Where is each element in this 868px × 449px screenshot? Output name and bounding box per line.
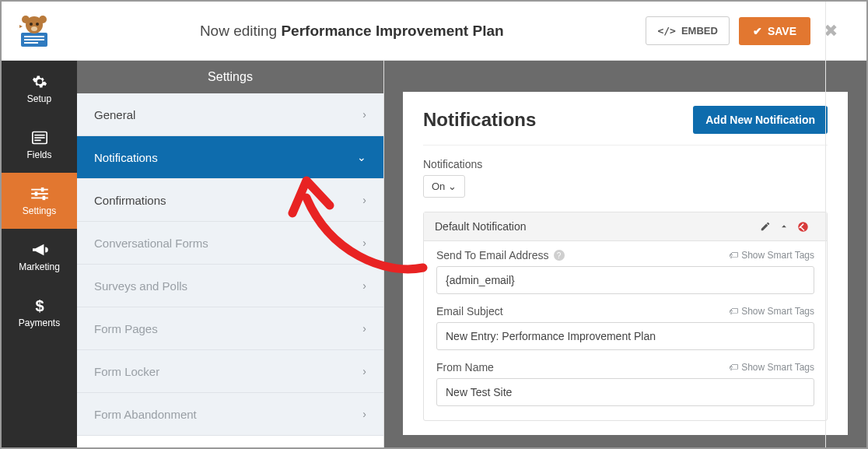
check-icon: ✔ [753,25,762,37]
editing-title: Performance Improvement Plan [281,23,503,39]
close-button[interactable]: ✖ [810,21,851,41]
svg-point-5 [22,16,30,23]
page-title: Now editing Performance Improvement Plan [58,23,646,40]
show-smart-tags[interactable]: 🏷 Show Smart Tags [729,250,814,261]
help-icon[interactable]: ? [554,250,565,261]
notification-block-header: Default Notification [424,212,827,241]
gear-icon [31,73,48,90]
svg-rect-11 [34,135,44,136]
chevron-down-icon: ⌄ [357,151,366,163]
code-icon: </> [657,25,675,37]
svg-rect-16 [31,198,48,199]
svg-point-8 [36,23,39,26]
svg-point-6 [39,16,47,23]
save-button[interactable]: ✔ SAVE [739,17,810,45]
toggle-label: Notifications [423,158,828,170]
svg-rect-17 [40,188,44,191]
tag-icon: 🏷 [729,362,738,373]
bullhorn-icon [31,241,48,258]
subnav-item-form-locker[interactable]: Form Locker › [77,350,383,393]
editing-prefix: Now editing [200,23,277,39]
main-content: Notifications Add New Notification Notif… [384,61,866,447]
primary-sidebar: Setup Fields Settings Marketing [2,61,77,447]
sidebar-item-setup[interactable]: Setup [2,61,77,117]
svg-rect-19 [42,196,45,200]
svg-text:$: $ [35,297,44,314]
edit-icon[interactable] [760,221,779,232]
top-bar: Now editing Performance Improvement Plan… [2,2,866,61]
tag-icon: 🏷 [729,250,738,261]
subnav-item-conversational-forms[interactable]: Conversational Forms › [77,222,383,265]
collapse-icon[interactable] [779,221,797,232]
embed-button[interactable]: </> EMBED [646,16,729,45]
send-to-input[interactable] [436,266,814,294]
field-send-to: Send To Email Address ? 🏷 Show Smart Tag… [436,249,814,294]
chevron-right-icon: › [362,365,366,377]
notifications-toggle[interactable]: On ⌄ [423,175,465,198]
svg-rect-18 [34,191,37,195]
from-name-input[interactable] [436,378,814,406]
panel-heading: Notifications [423,109,536,131]
svg-rect-12 [34,137,44,139]
notifications-panel: Notifications Add New Notification Notif… [403,92,848,435]
sidebar-item-payments[interactable]: $ Payments [2,285,77,341]
field-from-name: From Name 🏷 Show Smart Tags [436,361,814,406]
add-notification-button[interactable]: Add New Notification [693,106,828,134]
chevron-right-icon: › [362,108,366,121]
svg-rect-13 [34,140,40,142]
settings-subnav: Settings General › Notifications ⌄ Confi… [77,61,384,447]
svg-point-7 [30,23,33,26]
dollar-icon: $ [31,297,48,314]
svg-rect-1 [24,36,44,37]
subnav-item-general[interactable]: General › [77,93,383,136]
chevron-down-icon: ⌄ [448,181,457,192]
show-smart-tags[interactable]: 🏷 Show Smart Tags [729,362,814,373]
delete-icon[interactable] [797,221,816,233]
sidebar-item-settings[interactable]: Settings [2,173,77,229]
subnav-item-form-abandonment[interactable]: Form Abandonment › [77,393,383,436]
tag-icon: 🏷 [729,306,738,317]
list-icon [31,129,48,146]
subnav-item-surveys-polls[interactable]: Surveys and Polls › [77,265,383,307]
sidebar-item-fields[interactable]: Fields [2,117,77,173]
svg-rect-3 [24,42,38,44]
notification-title: Default Notification [435,220,527,233]
notification-block: Default Notification [423,212,828,421]
svg-rect-15 [31,193,48,195]
svg-rect-2 [24,39,44,40]
chevron-right-icon: › [362,237,366,249]
field-email-subject: Email Subject 🏷 Show Smart Tags [436,305,814,350]
chevron-right-icon: › [362,408,366,420]
chevron-right-icon: › [362,279,366,292]
chevron-right-icon: › [362,322,366,335]
sidebar-item-marketing[interactable]: Marketing [2,229,77,285]
subnav-item-form-pages[interactable]: Form Pages › [77,307,383,350]
subnav-item-notifications[interactable]: Notifications ⌄ [77,136,383,179]
svg-rect-14 [31,189,48,191]
subnav-item-confirmations[interactable]: Confirmations › [77,179,383,222]
sliders-icon [31,185,48,202]
email-subject-input[interactable] [436,322,814,350]
subnav-title: Settings [77,61,383,93]
svg-point-9 [31,26,37,31]
show-smart-tags[interactable]: 🏷 Show Smart Tags [729,306,814,317]
app-logo [11,14,58,48]
chevron-right-icon: › [362,194,366,206]
